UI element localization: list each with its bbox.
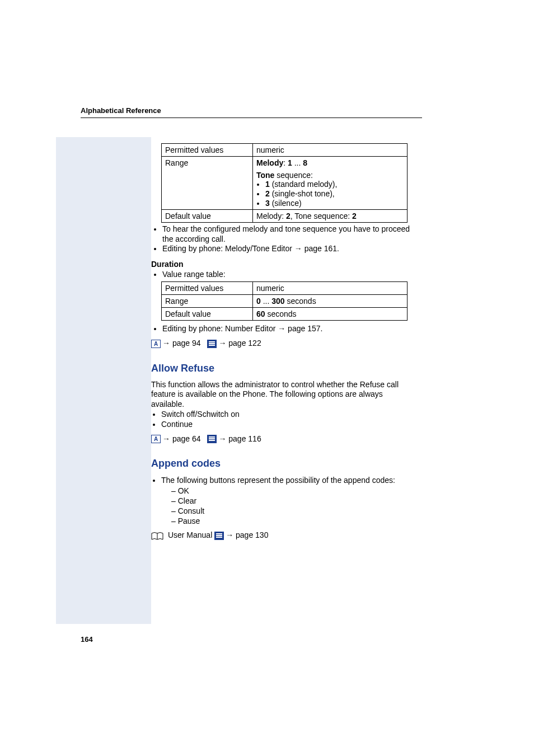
- default-melody: 2: [286, 212, 291, 220]
- wbm-icon: [207, 435, 217, 443]
- text: seconds: [285, 297, 316, 306]
- cell-value: numeric: [253, 282, 407, 295]
- melody-hi: 8: [303, 158, 307, 167]
- table-row: Range Melody: 1 ... 8 Tone sequence: 1 (…: [162, 157, 407, 210]
- table-row: Range 0 ... 300 seconds: [162, 295, 407, 308]
- cross-ref-link[interactable]: → page 130: [226, 530, 268, 539]
- options-list: Switch off/Schwitch on Continue: [151, 409, 414, 429]
- item-rest: (silence): [270, 199, 302, 208]
- range-hi: 300: [271, 297, 284, 306]
- cross-ref-link[interactable]: → page 116: [218, 434, 261, 443]
- duration-heading: Duration: [151, 260, 414, 269]
- page-content: Permitted values numeric Range Melody: 1…: [151, 143, 414, 541]
- admin-icon: A: [151, 435, 161, 443]
- text: sequence:: [274, 171, 313, 180]
- item-bold: 3: [265, 199, 270, 208]
- melody-lo: 1: [288, 158, 292, 167]
- list-item: 3 (silence): [265, 199, 404, 208]
- cross-ref-link[interactable]: → page 122: [218, 339, 261, 348]
- list-item: Value range table:: [162, 270, 414, 280]
- table-row: Default value Melody: 2, Tone sequence: …: [162, 210, 407, 223]
- text: seconds: [265, 309, 297, 318]
- default-tone: 2: [352, 212, 357, 220]
- value-range-table-1: Permitted values numeric Range Melody: 1…: [161, 143, 407, 223]
- paragraph: This function allows the administrator t…: [151, 380, 414, 410]
- heading-allow-refuse: Allow Refuse: [151, 363, 414, 374]
- text: , Tone sequence:: [291, 212, 352, 220]
- cell-label: Range: [162, 295, 253, 308]
- intro-list: The following buttons represent the poss…: [151, 475, 414, 526]
- list-item: Clear: [171, 496, 414, 506]
- intro-text: The following buttons represent the poss…: [161, 476, 395, 485]
- sub-list: OK Clear Consult Pause: [171, 486, 414, 527]
- item-rest: (standard melody),: [270, 180, 338, 189]
- cross-ref-link[interactable]: → page 64: [162, 434, 201, 443]
- list-item: The following buttons represent the poss…: [161, 475, 414, 526]
- list-item: Continue: [161, 419, 414, 429]
- table-row: Default value 60 seconds: [162, 308, 407, 321]
- item-bold: 2: [265, 189, 270, 198]
- table-row: Permitted values numeric: [162, 282, 407, 295]
- cross-ref-link[interactable]: Editing by phone: Melody/Tone Editor → p…: [162, 244, 339, 253]
- cross-ref-line: A→ page 64 → page 116: [151, 434, 414, 444]
- list-item: Pause: [171, 516, 414, 526]
- list-item: Consult: [171, 506, 414, 516]
- cell-value: Melody: 1 ... 8 Tone sequence: 1 (standa…: [253, 157, 407, 210]
- item-bold: 1: [265, 180, 270, 189]
- list-item: Editing by phone: Melody/Tone Editor → p…: [162, 244, 414, 254]
- running-header: Alphabetical Reference: [81, 106, 161, 115]
- item-rest: (single-shot tone),: [270, 189, 335, 198]
- cell-label: Permitted values: [162, 282, 253, 295]
- heading-append-codes: Append codes: [151, 458, 414, 469]
- cross-ref-link[interactable]: → page 94: [162, 339, 201, 348]
- user-manual-text: User Manual: [166, 530, 214, 539]
- header-rule: [81, 118, 422, 118]
- cell-label: Default value: [162, 308, 253, 321]
- page-number: 164: [81, 635, 93, 644]
- cell-label: Default value: [162, 210, 253, 223]
- cell-label: Range: [162, 157, 253, 210]
- range-lo: 0: [256, 297, 261, 306]
- admin-icon: A: [151, 340, 161, 348]
- cross-ref-link[interactable]: Editing by phone: Number Editor → page 1…: [162, 324, 322, 333]
- cross-ref-line: User Manual → page 130: [151, 530, 414, 540]
- book-icon: [151, 532, 163, 541]
- wbm-icon: [207, 340, 217, 348]
- left-margin-band: [56, 137, 151, 624]
- list-item: OK: [171, 486, 414, 496]
- cell-value: 0 ... 300 seconds: [253, 295, 407, 308]
- cell-value: numeric: [253, 144, 407, 157]
- cell-value: Melody: 2, Tone sequence: 2: [253, 210, 407, 223]
- cell-value: 60 seconds: [253, 308, 407, 321]
- cross-ref-line: A→ page 94 → page 122: [151, 339, 414, 348]
- text: Melody:: [256, 212, 286, 220]
- cell-label: Permitted values: [162, 144, 253, 157]
- notes-list: Editing by phone: Number Editor → page 1…: [151, 324, 414, 334]
- list-item: Switch off/Schwitch on: [161, 409, 414, 419]
- list-item: 2 (single-shot tone),: [265, 189, 404, 199]
- value-range-table-2: Permitted values numeric Range 0 ... 300…: [161, 281, 407, 321]
- list-item: Editing by phone: Number Editor → page 1…: [162, 324, 414, 334]
- text: :: [283, 158, 288, 167]
- wbm-icon: [214, 532, 224, 540]
- melody-label: Melody: [256, 158, 283, 167]
- tone-label: Tone: [256, 171, 274, 180]
- default-value: 60: [256, 309, 265, 318]
- text: ...: [261, 297, 271, 306]
- table-row: Permitted values numeric: [162, 144, 407, 157]
- text: ...: [292, 158, 303, 167]
- list-item: 1 (standard melody),: [265, 180, 404, 189]
- list-item: To hear the configured melody and tone s…: [162, 224, 414, 244]
- notes-list: To hear the configured melody and tone s…: [151, 224, 414, 254]
